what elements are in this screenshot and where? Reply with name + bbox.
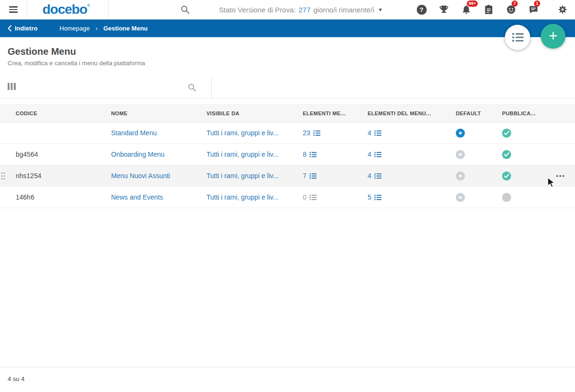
menu-items-count-link[interactable]: 0 [303,193,317,201]
cell-elementi-del-menu: 5 [368,193,456,201]
trophy-icon [439,4,449,15]
tasks-button[interactable] [483,3,494,16]
search-icon [187,83,196,92]
menu-items-count-link[interactable]: 8 [303,151,317,158]
cell-pubblicato [502,171,550,181]
cell-actions [556,175,575,177]
hamburger-icon [9,6,18,8]
table-row[interactable]: Standard Menu Tutti i rami, gruppi e liv… [0,122,575,144]
cell-default: ★ [456,193,502,202]
cell-codice: bg4564 [8,151,111,158]
submenu-items-count-link[interactable]: 5 [368,193,381,201]
default-badge[interactable]: ★ [456,193,465,202]
docebo-logo[interactable]: docebo® [27,0,109,19]
gear-icon [557,4,568,15]
columns-icon [8,83,16,90]
visible-da-link[interactable]: Tutti i rami, gruppi e liv... [206,172,278,180]
published-badge[interactable] [502,171,511,181]
default-badge[interactable]: ★ [456,171,465,181]
menu-items-count: 8 [303,151,307,158]
trial-suffix: giorno/i rimanente/i [313,6,374,14]
cell-actions [556,132,575,134]
submenu-items-count-link[interactable]: 4 [368,172,381,180]
list-icon [374,130,381,136]
column-header[interactable]: NOME [111,111,206,116]
breadcrumb-homepage[interactable]: Homepage [60,25,90,32]
default-badge[interactable]: ★ [456,150,465,159]
table-search-button[interactable] [187,83,196,92]
cell-pubblicato [502,129,550,138]
hamburger-menu-button[interactable] [0,0,27,19]
logo-text: docebo [42,2,87,16]
visible-da-link[interactable]: Tutti i rami, gruppi e liv... [206,193,278,201]
trial-label: Stato Versione di Prova: [219,6,296,14]
app-root: docebo® Stato Versione di Prova: 277 gio… [0,0,575,392]
published-badge[interactable] [502,193,511,202]
gamification-button[interactable] [438,3,450,16]
clipboard-icon [484,4,493,15]
submenu-items-count-link[interactable]: 4 [368,151,381,158]
cell-default: ★ [456,129,502,138]
top-bar: docebo® Stato Versione di Prova: 277 gio… [0,0,575,20]
column-header[interactable]: ELEMENTI ME... [303,111,368,116]
table-row[interactable]: 146h6 News and Events Tutti i rami, grup… [0,187,575,208]
column-header[interactable]: CODICE [8,111,111,116]
back-label: Indietro [15,25,38,32]
column-header[interactable]: ELEMENTI DEL MENU... [368,111,456,116]
ellipsis-icon [556,175,565,177]
cell-default: ★ [456,171,502,181]
menu-code: nhs1254 [16,172,41,180]
page-subtitle: Crea, modifica e cancella i menu della p… [8,60,567,67]
table-row[interactable]: nhs1254 Menu Nuovi Assunti Tutti i rami,… [0,165,575,187]
menu-items-count-link[interactable]: 23 [303,129,320,137]
settings-button[interactable] [557,3,568,16]
default-badge[interactable]: ★ [456,129,465,138]
help-button[interactable]: ? [416,3,427,16]
menu-name-link[interactable]: Menu Nuovi Assunti [111,172,170,180]
help-icon: ? [417,5,427,15]
star-icon: ★ [458,131,463,136]
row-count: 4 su 4 [8,375,24,382]
visible-da-link[interactable]: Tutti i rami, gruppi e liv... [206,129,278,137]
add-menu-button[interactable]: + [541,24,565,49]
messages-badge: 1 [534,0,540,7]
menu-list-fab-button[interactable] [505,25,530,50]
menu-items-count: 7 [303,172,307,180]
menu-name-link[interactable]: Onboarding Menu [111,151,164,158]
column-header[interactable]: DEFAULT [456,111,502,116]
page-title: Gestione Menu [8,46,567,57]
published-badge[interactable] [502,129,511,138]
visible-da-link[interactable]: Tutti i rami, gruppi e liv... [206,151,278,158]
chevron-down-icon: ▼ [378,7,383,12]
column-header[interactable]: PUBBLICA... [502,111,550,116]
messages-button[interactable]: 1 [528,3,539,16]
cell-elementi-menu: 7 [303,172,368,180]
back-button[interactable]: Indietro [8,25,38,32]
cell-visibile-da: Tutti i rami, gruppi e liv... [206,193,303,201]
coach-share-button[interactable]: 7 [505,3,517,16]
menu-items-count-link[interactable]: 7 [303,172,317,180]
menu-items-count: 23 [303,129,310,137]
submenu-items-count: 4 [368,151,371,158]
trial-status-dropdown[interactable]: Stato Versione di Prova: 277 giorno/i ri… [219,0,382,19]
menu-name-link[interactable]: News and Events [111,193,163,201]
list-icon [309,173,317,179]
list-icon [374,173,381,179]
row-menu-button[interactable] [556,175,565,177]
published-badge[interactable] [502,150,511,159]
menu-name-link[interactable]: Standard Menu [111,129,157,137]
table-row[interactable]: bg4564 Onboarding Menu Tutti i rami, gru… [0,144,575,165]
submenu-items-count-link[interactable]: 4 [368,129,381,137]
main-content: Gestione Menu Crea, modifica e cancella … [0,37,575,208]
column-header[interactable]: VISIBILE DA [206,111,303,116]
list-icon [309,194,317,201]
table-header-row: CODICENOMEVISIBILE DAELEMENTI ME...ELEME… [0,104,575,122]
cell-nome: Standard Menu [111,129,206,137]
columns-button[interactable] [8,83,16,92]
menu-table: CODICENOMEVISIBILE DAELEMENTI ME...ELEME… [0,104,575,208]
notifications-button[interactable]: 99+ [461,3,472,16]
global-search-button[interactable] [178,0,192,19]
drag-handle-icon[interactable] [1,172,5,181]
check-icon [504,152,509,157]
check-icon [504,174,509,178]
